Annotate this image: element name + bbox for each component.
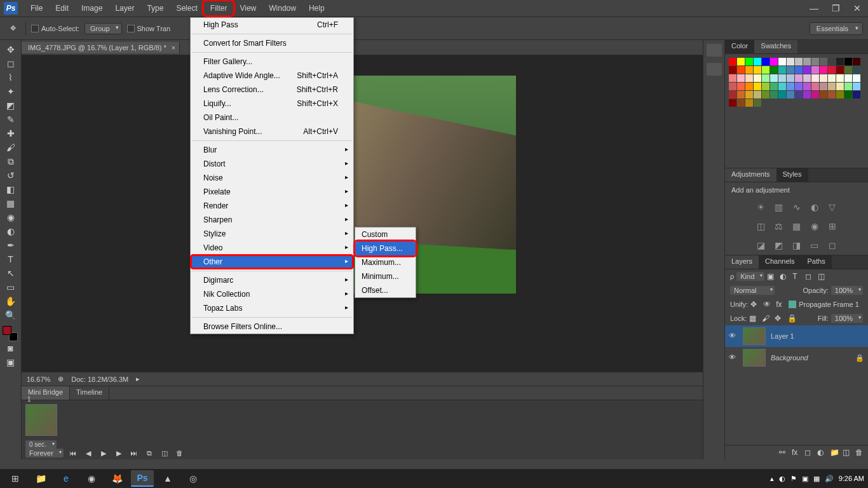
filter-menu-item[interactable]: Liquify...Shift+Ctrl+X — [191, 97, 353, 111]
exposure-icon[interactable]: ◐ — [808, 201, 821, 213]
blur-tool[interactable]: ◉ — [2, 210, 20, 224]
swatch[interactable] — [754, 66, 761, 74]
fx-icon[interactable]: fx — [792, 448, 802, 457]
new-layer-icon[interactable]: ◫ — [843, 448, 853, 457]
move-tool[interactable]: ✥ — [2, 43, 20, 57]
swatch[interactable] — [795, 66, 803, 74]
wand-tool[interactable]: ✦ — [2, 85, 20, 98]
tray-icon[interactable]: ▣ — [802, 475, 808, 483]
shape-tool[interactable]: ▭ — [2, 280, 20, 294]
swatch[interactable] — [737, 99, 745, 107]
menu-help[interactable]: Help — [302, 1, 331, 15]
tray-icon[interactable]: ◐ — [779, 475, 785, 483]
bw-icon[interactable]: ▦ — [790, 220, 803, 232]
swatch[interactable] — [778, 66, 786, 74]
swatch[interactable] — [828, 83, 836, 90]
task-app[interactable]: ◎ — [182, 470, 205, 487]
swatch[interactable] — [803, 83, 811, 90]
swatch[interactable] — [811, 58, 819, 65]
menu-type[interactable]: Type — [140, 1, 170, 15]
new-frame-icon[interactable]: ◫ — [159, 448, 170, 458]
filter-pixel-icon[interactable]: ▣ — [767, 272, 777, 281]
lasso-tool[interactable]: ⌇ — [2, 71, 20, 85]
layer-name[interactable]: Background — [771, 354, 850, 362]
layer-row[interactable]: 👁 Layer 1 — [725, 325, 868, 347]
swatch[interactable] — [803, 66, 811, 74]
visibility-icon[interactable]: 👁 — [729, 353, 738, 362]
swatch[interactable] — [745, 66, 753, 74]
filter-menu-item-blur[interactable]: Blur — [191, 143, 353, 157]
fill-value[interactable]: 100% — [831, 314, 863, 323]
eyedropper-tool[interactable]: ✎ — [2, 112, 20, 126]
type-tool[interactable]: T — [2, 252, 20, 266]
swatch[interactable] — [778, 91, 786, 98]
brightness-icon[interactable]: ☀ — [755, 201, 768, 213]
unify-style-icon[interactable]: fx — [776, 300, 786, 309]
swatch[interactable] — [844, 83, 852, 90]
invert-icon[interactable]: ◪ — [755, 240, 768, 251]
swatch[interactable] — [853, 83, 860, 90]
filter-menu-item[interactable]: Nik Collection — [191, 287, 353, 301]
group-dropdown[interactable]: Group — [85, 23, 122, 34]
swatch[interactable] — [853, 66, 860, 74]
swatch[interactable] — [745, 99, 753, 107]
lock-pixels-icon[interactable]: 🖌 — [762, 314, 772, 323]
balance-icon[interactable]: ⚖ — [773, 220, 785, 232]
swatch[interactable] — [844, 91, 852, 98]
unify-vis-icon[interactable]: 👁 — [763, 300, 773, 309]
swatch[interactable] — [737, 91, 745, 98]
swatch[interactable] — [762, 83, 770, 90]
filter-menu-item[interactable]: Lens Correction...Shift+Ctrl+R — [191, 83, 353, 97]
swatch[interactable] — [820, 91, 827, 98]
swatch[interactable] — [795, 74, 803, 82]
mixer-icon[interactable]: ⊞ — [826, 220, 839, 232]
tray-icon[interactable]: ⚑ — [790, 475, 797, 483]
swatch[interactable] — [787, 74, 794, 82]
swatch[interactable] — [729, 91, 736, 98]
swatch[interactable] — [778, 83, 786, 90]
swatch[interactable] — [754, 58, 761, 65]
filter-adj-icon[interactable]: ◐ — [780, 272, 790, 281]
checkbox-icon[interactable] — [31, 25, 39, 32]
filter-menu-item-distort[interactable]: Distort — [191, 157, 353, 171]
swatch[interactable] — [853, 74, 860, 82]
loop-dropdown[interactable]: Forever — [25, 449, 64, 458]
history-panel-icon[interactable] — [707, 44, 722, 57]
swatch[interactable] — [778, 58, 786, 65]
filter-menu-item-video[interactable]: Video — [191, 241, 353, 255]
swatch[interactable] — [844, 74, 852, 82]
swatch[interactable] — [762, 58, 770, 65]
swatch[interactable] — [820, 74, 827, 82]
layers-tab[interactable]: Layers — [725, 255, 759, 269]
selective-icon[interactable]: ◻ — [826, 240, 839, 251]
menu-window[interactable]: Window — [262, 1, 302, 15]
timeline-frame[interactable] — [25, 404, 57, 436]
swatch[interactable] — [729, 58, 736, 65]
menu-file[interactable]: File — [24, 1, 49, 15]
menu-select[interactable]: Select — [170, 1, 203, 15]
properties-panel-icon[interactable] — [707, 63, 722, 76]
swatch[interactable] — [729, 66, 736, 74]
path-tool[interactable]: ↖ — [2, 266, 20, 280]
posterize-icon[interactable]: ◩ — [773, 240, 785, 251]
paths-tab[interactable]: Paths — [801, 255, 832, 269]
timeline-tab[interactable]: Timeline — [70, 386, 109, 400]
document-tab[interactable]: IMG_4778.JPG @ 16.7% (Layer 1, RGB/8) * … — [22, 42, 180, 53]
swatch[interactable] — [745, 83, 753, 90]
filter-menu-item[interactable]: Filter Gallery... — [191, 55, 353, 69]
color-swatches[interactable] — [3, 326, 18, 341]
filter-menu-item-other[interactable]: Other — [191, 255, 353, 269]
zoom-tool[interactable]: 🔍 — [2, 308, 20, 322]
visibility-icon[interactable]: 👁 — [729, 332, 738, 341]
threshold-icon[interactable]: ◨ — [790, 240, 803, 251]
swatch[interactable] — [853, 58, 860, 65]
swatch[interactable] — [836, 83, 844, 90]
swatch[interactable] — [762, 74, 770, 82]
channels-tab[interactable]: Channels — [759, 255, 801, 269]
swatch[interactable] — [770, 91, 778, 98]
propagate-checkbox[interactable] — [789, 301, 796, 308]
submenu-item[interactable]: High Pass... — [355, 241, 416, 255]
filter-smart-icon[interactable]: ◫ — [818, 272, 828, 281]
swatch[interactable] — [729, 74, 736, 82]
opacity-value[interactable]: 100% — [831, 286, 863, 295]
